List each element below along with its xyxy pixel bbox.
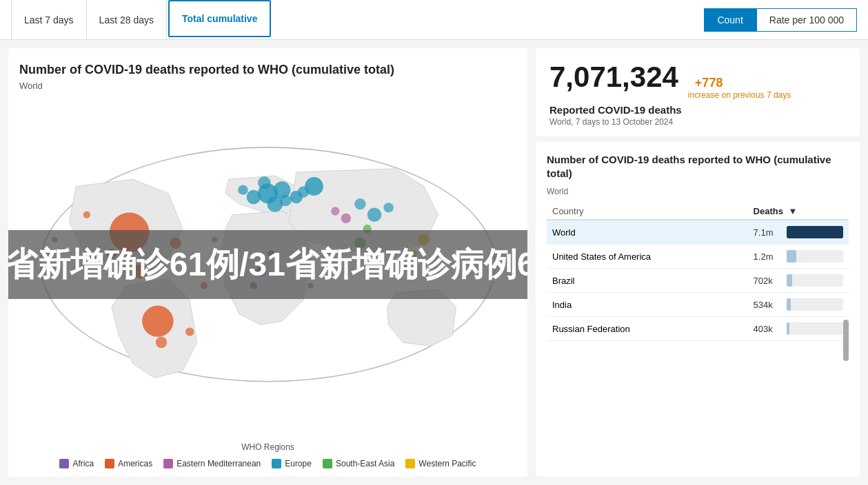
table-row[interactable]: Russian Federation403k	[547, 317, 849, 341]
country-cell: United States of America	[547, 245, 748, 269]
svg-point-6	[156, 337, 167, 348]
bar-value: 702k	[754, 276, 781, 286]
svg-point-2	[142, 306, 173, 337]
deaths-table: Country Deaths ▼ World7.1mUnited States …	[547, 203, 849, 341]
table-row[interactable]: World7.1m	[547, 220, 849, 245]
country-cell: India	[547, 293, 748, 317]
table-wrapper: Country Deaths ▼ World7.1mUnited States …	[547, 203, 849, 477]
sort-arrow: ▼	[789, 206, 798, 216]
stats-increase: +778	[695, 76, 791, 90]
bar-value: 534k	[754, 300, 781, 310]
africa-label: Africa	[72, 459, 94, 468]
stats-increase-label: increase on previous 7 days	[688, 90, 791, 100]
metric-group: Count Rate per 100 000	[704, 8, 857, 32]
table-row[interactable]: Brazil702k	[547, 269, 849, 293]
map-legend: WHO Regions Africa Americas Eastern Medi…	[19, 438, 516, 470]
tab-total-cumulative[interactable]: Total cumulative	[168, 0, 271, 37]
table-row[interactable]: India534k	[547, 293, 849, 317]
bar-container	[787, 274, 843, 287]
svg-point-22	[383, 203, 393, 213]
legend-europe: Europe	[272, 459, 312, 468]
legend-africa: Africa	[59, 459, 94, 468]
bar-value: 7.1m	[754, 227, 781, 238]
country-cell: Russian Federation	[547, 317, 748, 341]
metric-count-button[interactable]: Count	[704, 8, 756, 32]
col-deaths[interactable]: Deaths ▼	[748, 203, 849, 220]
svg-point-12	[247, 190, 261, 205]
bar-fill	[787, 322, 790, 335]
stats-meta: World, 7 days to 13 October 2024	[549, 117, 846, 127]
map-area: 31省新增确诊61例/31省新增确诊病例6例	[19, 91, 516, 438]
eastern-med-label: Eastern Mediterranean	[176, 459, 261, 468]
eastern-med-dot	[163, 459, 173, 468]
svg-point-16	[280, 195, 291, 206]
africa-dot	[59, 459, 69, 468]
scroll-indicator[interactable]	[843, 320, 849, 361]
americas-dot	[105, 459, 114, 468]
svg-point-21	[354, 198, 365, 209]
svg-point-23	[341, 214, 351, 223]
deaths-cell: 7.1m	[748, 220, 849, 245]
legend-southeast-asia: South-East Asia	[323, 459, 394, 468]
tab-last28days[interactable]: Last 28 days	[87, 0, 167, 40]
chart-subtitle: World	[19, 81, 516, 91]
deaths-cell: 534k	[748, 293, 849, 317]
legend-title: WHO Regions	[19, 442, 516, 452]
tab-group: Last 7 days Last 28 days Total cumulativ…	[11, 0, 272, 40]
western-pacific-label: Western Pacific	[418, 459, 476, 468]
western-pacific-dot	[405, 459, 415, 468]
bar-value: 403k	[754, 324, 781, 334]
bar-fill	[787, 226, 843, 238]
table-title: Number of COVID-19 deaths reported to WH…	[547, 153, 849, 180]
metric-rate-button[interactable]: Rate per 100 000	[756, 8, 857, 32]
table-subtitle: World	[547, 187, 849, 196]
col-country[interactable]: Country	[547, 203, 748, 220]
svg-point-8	[83, 211, 90, 218]
right-panel: 7,071,324 +778 increase on previous 7 da…	[536, 48, 860, 477]
table-row[interactable]: United States of America1.2m	[547, 245, 849, 269]
table-card: Number of COVID-19 deaths reported to WH…	[536, 142, 860, 477]
legend-western-pacific: Western Pacific	[405, 459, 476, 468]
bar-container	[787, 226, 843, 238]
svg-point-7	[185, 328, 194, 336]
svg-point-20	[367, 208, 382, 223]
country-cell: Brazil	[547, 269, 748, 293]
toolbar: Last 7 days Last 28 days Total cumulativ…	[0, 0, 868, 40]
europe-dot	[272, 459, 281, 468]
deaths-cell: 702k	[748, 269, 849, 293]
bar-fill	[787, 298, 791, 311]
legend-americas: Americas	[105, 459, 152, 468]
deaths-cell: 1.2m	[748, 245, 849, 269]
bar-container	[787, 322, 843, 335]
country-cell: World	[547, 220, 748, 245]
deaths-cell: 403k	[748, 317, 849, 341]
europe-label: Europe	[285, 459, 312, 468]
stats-label: Reported COVID-19 deaths	[549, 104, 846, 116]
legend-eastern-med: Eastern Mediterranean	[163, 459, 261, 468]
main-content: Number of COVID-19 deaths reported to WH…	[0, 40, 868, 485]
americas-label: Americas	[118, 459, 152, 468]
left-panel: Number of COVID-19 deaths reported to WH…	[8, 48, 527, 477]
watermark-overlay: 31省新增确诊61例/31省新增确诊病例6例	[8, 230, 527, 299]
chart-title: Number of COVID-19 deaths reported to WH…	[19, 62, 516, 78]
stats-number: 7,071,324	[549, 61, 678, 94]
svg-point-15	[258, 176, 271, 189]
bar-container	[787, 298, 843, 311]
stats-card: 7,071,324 +778 increase on previous 7 da…	[536, 48, 860, 136]
southeast-asia-label: South-East Asia	[336, 459, 394, 468]
svg-point-25	[331, 207, 339, 216]
bar-value: 1.2m	[754, 251, 781, 262]
svg-point-17	[238, 185, 248, 195]
bar-fill	[787, 250, 796, 262]
tab-last7days[interactable]: Last 7 days	[11, 0, 87, 40]
bar-container	[787, 250, 843, 262]
southeast-asia-dot	[323, 459, 332, 468]
svg-point-19	[305, 178, 323, 196]
bar-fill	[787, 274, 792, 287]
